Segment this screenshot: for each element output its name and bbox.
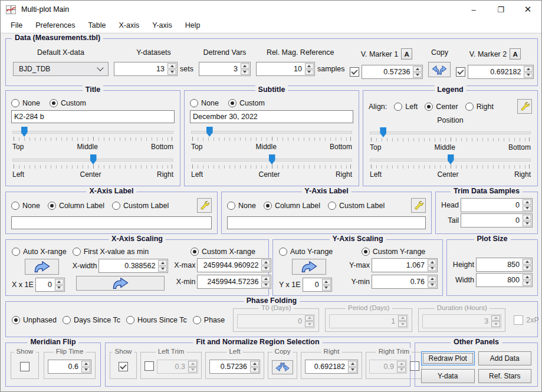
- title-text-input[interactable]: K2-284 b: [11, 110, 175, 123]
- spin-down-button[interactable]: [523, 281, 531, 286]
- fit-left-spinner[interactable]: 0.57236: [209, 360, 260, 374]
- spin-down-button[interactable]: [188, 367, 197, 373]
- fit-right-value[interactable]: 0.692182: [306, 360, 347, 373]
- x-label-column-radio[interactable]: Column Label: [48, 202, 104, 210]
- spin-down-button[interactable]: [261, 282, 270, 288]
- right-trim-spinner[interactable]: 0.9: [369, 360, 407, 374]
- slider-thumb[interactable]: [21, 127, 28, 137]
- spin-down-button[interactable]: [158, 266, 167, 272]
- spin-up-button[interactable]: [428, 259, 436, 265]
- x-label-none-radio[interactable]: None: [11, 202, 40, 210]
- twoxp-checkbox[interactable]: 2xP: [514, 315, 539, 325]
- x-width-value[interactable]: 0.388562: [99, 259, 157, 272]
- spin-down-button[interactable]: [322, 285, 331, 291]
- slider-thumb[interactable]: [269, 154, 275, 164]
- x-max-value[interactable]: 2459944.960922: [198, 259, 261, 272]
- legend-settings-button[interactable]: [517, 99, 532, 114]
- spin-down-button[interactable]: [523, 221, 531, 227]
- close-button[interactable]: ✕: [514, 1, 541, 18]
- ref-stars-button[interactable]: Ref. Stars: [478, 369, 532, 383]
- y-data-button[interactable]: Y-data: [421, 369, 475, 383]
- y-max-value[interactable]: 1.067: [372, 259, 427, 272]
- menu-y-axis[interactable]: Y-axis: [146, 19, 179, 32]
- y-label-column-radio[interactable]: Column Label: [264, 202, 320, 210]
- spin-up-button[interactable]: [322, 279, 331, 285]
- left-trim-spinner[interactable]: 0.3: [157, 360, 198, 374]
- x-min-value[interactable]: 2459944.57236: [198, 275, 261, 288]
- spin-up-button[interactable]: [305, 63, 314, 69]
- legend-horizontal-slider[interactable]: [369, 154, 532, 164]
- v-marker1-spinner[interactable]: 0.57236: [362, 65, 423, 79]
- x-mult-spinner[interactable]: 0: [35, 278, 65, 292]
- y-min-value[interactable]: 0.76: [372, 275, 427, 288]
- spin-up-button[interactable]: [81, 361, 90, 367]
- fit-show-checkbox[interactable]: [119, 362, 128, 371]
- fit-left-value[interactable]: 0.57236: [210, 360, 249, 373]
- legend-vertical-slider[interactable]: [369, 127, 532, 137]
- spin-down-button[interactable]: [428, 266, 436, 272]
- auto-x-range-radio[interactable]: Auto X-range: [12, 248, 67, 256]
- subtitle-none-radio[interactable]: None: [190, 99, 219, 107]
- spin-down-button[interactable]: [305, 70, 314, 75]
- default-x-data-dropdown[interactable]: BJD_TDB: [13, 62, 109, 76]
- add-data-button[interactable]: Add Data: [478, 351, 532, 365]
- slider-thumb[interactable]: [448, 154, 454, 164]
- spin-down-button[interactable]: [523, 206, 531, 212]
- x-label-settings-button[interactable]: [197, 198, 212, 213]
- spin-down-button[interactable]: [167, 70, 176, 75]
- title-vertical-slider[interactable]: [11, 126, 175, 137]
- detrend-vars-value[interactable]: 3: [199, 62, 240, 75]
- trim-head-spinner[interactable]: 0: [461, 198, 533, 212]
- slider-thumb[interactable]: [90, 154, 97, 164]
- legend-align-left-radio[interactable]: Left: [394, 103, 418, 111]
- spin-down-button[interactable]: [397, 367, 406, 373]
- spin-down-button[interactable]: [250, 367, 259, 373]
- rel-mag-reference-value[interactable]: 10: [257, 62, 304, 75]
- spin-up-button[interactable]: [261, 259, 270, 265]
- trim-tail-spinner[interactable]: 0: [461, 213, 533, 228]
- plot-height-value[interactable]: 850: [477, 258, 522, 271]
- auto-y-range-radio[interactable]: Auto Y-range: [279, 248, 333, 256]
- y-axis-label-input[interactable]: [227, 216, 426, 229]
- x-mult-value[interactable]: 0: [36, 278, 54, 291]
- plot-width-spinner[interactable]: 800: [476, 273, 533, 287]
- x-axis-label-input[interactable]: [11, 216, 212, 229]
- menu-table[interactable]: Table: [82, 19, 113, 32]
- menu-help[interactable]: Help: [179, 19, 207, 32]
- menu-preferences[interactable]: Preferences: [29, 19, 81, 32]
- y-label-custom-radio[interactable]: Custom Label: [328, 202, 385, 210]
- spin-down-button[interactable]: [348, 367, 357, 373]
- x-min-spinner[interactable]: 2459944.57236: [197, 275, 271, 289]
- spin-down-button[interactable]: [491, 321, 500, 327]
- maximize-button[interactable]: ❐: [487, 1, 514, 18]
- slider-thumb[interactable]: [206, 127, 213, 137]
- spin-up-button[interactable]: [523, 259, 531, 265]
- spin-up-button[interactable]: [398, 315, 407, 321]
- y-auto-apply-button[interactable]: [292, 259, 326, 275]
- spin-up-button[interactable]: [523, 274, 531, 280]
- spin-up-button[interactable]: [428, 276, 436, 282]
- minimize-button[interactable]: –: [460, 1, 487, 18]
- spin-down-button[interactable]: [398, 321, 407, 327]
- unphased-radio[interactable]: Unphased: [12, 316, 57, 324]
- rel-mag-reference-spinner[interactable]: 10: [256, 62, 315, 76]
- v-marker2-value[interactable]: 0.692182: [468, 65, 523, 78]
- v-marker1-auto-button[interactable]: A: [401, 48, 412, 60]
- subtitle-text-input[interactable]: December 30, 2022: [190, 110, 353, 123]
- spin-up-button[interactable]: [250, 361, 259, 367]
- menu-x-axis[interactable]: X-axis: [112, 19, 146, 32]
- v-marker1-checkbox[interactable]: [350, 67, 359, 77]
- redraw-plot-button[interactable]: Redraw Plot: [421, 351, 475, 365]
- spin-down-button[interactable]: [524, 73, 533, 78]
- v-marker2-auto-button[interactable]: A: [510, 48, 521, 60]
- legend-align-center-radio[interactable]: Center: [425, 103, 458, 111]
- trim-head-value[interactable]: 0: [461, 199, 522, 212]
- spin-up-button[interactable]: [241, 63, 249, 69]
- period-spinner[interactable]: 1: [329, 314, 408, 328]
- spin-down-button[interactable]: [261, 266, 270, 272]
- copy-region-button[interactable]: [272, 360, 293, 374]
- spin-down-button[interactable]: [81, 367, 90, 373]
- meridian-show-checkbox[interactable]: [20, 362, 29, 371]
- spin-up-button[interactable]: [55, 279, 64, 285]
- y-mult-value[interactable]: 0: [303, 278, 321, 291]
